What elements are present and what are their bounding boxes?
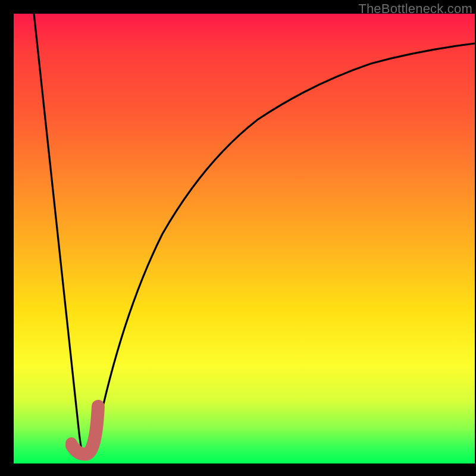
- chart-curve-layer: [14, 14, 475, 464]
- watermark-text: TheBottleneck.com: [358, 1, 472, 17]
- bottleneck-curve: [34, 14, 475, 456]
- highlight-dot: [65, 437, 77, 449]
- chart-plot-area: [14, 14, 475, 464]
- chart-frame: TheBottleneck.com: [0, 0, 476, 476]
